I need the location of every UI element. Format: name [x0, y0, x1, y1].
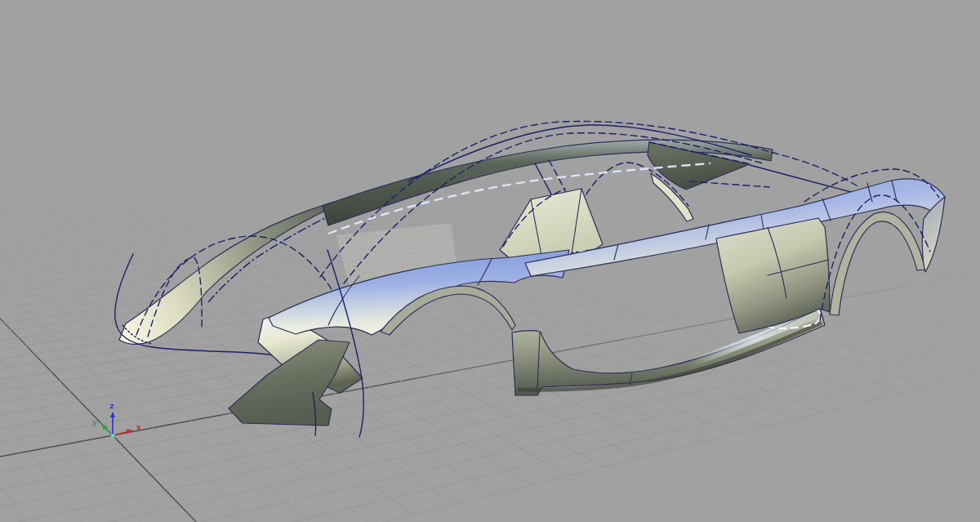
origin-marker	[111, 434, 115, 438]
z-axis-label: z	[109, 401, 114, 410]
viewport-canvas: z y x	[0, 0, 980, 522]
3d-viewport[interactable]: z y x	[0, 0, 980, 522]
y-axis-label: y	[92, 417, 97, 426]
x-axis-label: x	[136, 422, 141, 431]
